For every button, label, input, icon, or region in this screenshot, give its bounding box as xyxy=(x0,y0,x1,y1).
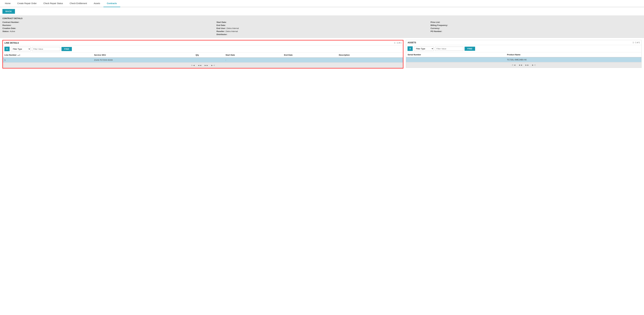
assets-header-row: Serial Number Product Name xyxy=(406,52,642,57)
table-row[interactable]: TC720L-0ME24B0-A6 xyxy=(406,57,642,62)
col-serial-number: Serial Number xyxy=(406,52,506,57)
contract-col3: Price List: Billing Frequency: Currency:… xyxy=(430,21,642,35)
assets-filter-value[interactable] xyxy=(435,47,463,51)
contract-field-value: Zebra Internal xyxy=(226,30,238,32)
line-details-panel: LINE DETAILS 1 - 1 of 1 ⬇ Filter Type FI… xyxy=(2,40,404,68)
col-qty: Qty xyxy=(194,53,224,57)
assets-download-icon: ⬇ xyxy=(409,47,411,50)
contract-field: End User: Zebra Internal xyxy=(216,27,428,29)
contract-field: Price List: xyxy=(430,21,642,23)
contract-col2: Start Date: End Date: End User: Zebra In… xyxy=(216,21,428,35)
contract-fields-grid: Contract Number: Revision: Creation Date… xyxy=(2,21,642,35)
assets-thead: Serial Number Product Name xyxy=(406,52,642,57)
col-end-date: End Date xyxy=(282,53,337,57)
cell-end-date xyxy=(282,57,337,62)
line-first-page-button[interactable]: ⊢◄ xyxy=(191,64,196,67)
assets-prev-page-button[interactable]: ◄◄ xyxy=(518,64,523,66)
line-details-header-row: Line Number ▲▼ Service SKU Qty Start Dat… xyxy=(3,53,403,57)
contract-field-label: Creation Date: xyxy=(2,27,16,29)
assets-find-button[interactable]: FIND xyxy=(464,47,475,51)
line-details-count: 1 - 1 of 1 xyxy=(394,42,402,44)
back-button[interactable]: BACK xyxy=(2,9,15,14)
line-last-page-button[interactable]: ►⊣ xyxy=(210,64,215,67)
nav-item-contracts[interactable]: Contracts xyxy=(104,0,120,7)
contract-field: Distributor: xyxy=(216,33,428,35)
line-details-filter-type[interactable]: Filter Type xyxy=(11,47,31,51)
contract-field: Reseller: Zebra Internal xyxy=(216,30,428,32)
assets-filter-type[interactable]: Filter Type xyxy=(414,46,434,51)
contract-field-label: Distributor: xyxy=(216,33,227,35)
contract-field-label: Revision: xyxy=(2,24,12,26)
assets-tbody: TC720L-0ME24B0-A6 xyxy=(406,57,642,62)
assets-next-page-button[interactable]: ►► xyxy=(524,64,530,66)
line-details-find-button[interactable]: FIND xyxy=(62,47,72,51)
assets-last-page-button[interactable]: ►⊣ xyxy=(531,64,536,66)
line-details-header: LINE DETAILS 1 - 1 of 1 xyxy=(3,40,403,45)
assets-count: 1 - 1 of 1 xyxy=(633,41,640,44)
contract-details-title: CONTRACT DETAILS xyxy=(2,17,642,19)
contract-field: Currency: xyxy=(430,27,642,29)
contract-col1: Contract Number: Revision: Creation Date… xyxy=(2,21,214,35)
contract-field-label: Currency: xyxy=(430,27,440,29)
table-row[interactable]: 1Z1AS-TC72XX-5C03: xyxy=(3,57,403,62)
contract-field: Revision: xyxy=(2,24,214,26)
contract-field-value: Active xyxy=(10,30,15,32)
assets-first-page-button[interactable]: ⊢◄ xyxy=(512,64,516,66)
line-details-filter-bar: ⬇ Filter Type FIND xyxy=(3,45,403,53)
line-details-filter-value[interactable] xyxy=(32,47,60,51)
nav-item-check-entitlement[interactable]: Check Entitlement xyxy=(66,0,90,7)
contract-field-label: End User: xyxy=(216,27,226,29)
assets-pagination: ⊢◄ ◄◄ ►► ►⊣ xyxy=(406,62,642,68)
cell-start-date: : xyxy=(224,57,282,62)
contract-field-label: Reseller: xyxy=(216,30,226,32)
contract-field: Billing Frequency: xyxy=(430,24,642,26)
line-details-table: Line Number ▲▼ Service SKU Qty Start Dat… xyxy=(3,53,403,62)
download-icon: ⬇ xyxy=(6,48,8,50)
nav-item-home[interactable]: Home xyxy=(2,0,14,7)
back-section: BACK xyxy=(0,7,644,15)
assets-panel: ASSETS 1 - 1 of 1 ⬇ Filter Type FIND Ser… xyxy=(406,40,642,68)
sort-arrows-icon: ▲▼ xyxy=(18,54,20,56)
contract-field-label: Billing Frequency: xyxy=(430,24,448,26)
contract-field-label: PO Number: xyxy=(430,30,442,32)
contract-field-label: Start Date: xyxy=(216,21,226,23)
contract-field-label: End Date: xyxy=(216,24,226,26)
contract-field: Creation Date: xyxy=(2,27,214,29)
contract-field: Contract Number: xyxy=(2,21,214,23)
line-details-thead: Line Number ▲▼ Service SKU Qty Start Dat… xyxy=(3,53,403,57)
col-product-name: Product Name xyxy=(506,52,642,57)
contract-field: PO Number: xyxy=(430,30,642,32)
cell-description xyxy=(337,57,403,62)
cell-serial-number xyxy=(406,57,506,62)
line-details-download-button[interactable]: ⬇ xyxy=(4,47,10,51)
main-content: LINE DETAILS 1 - 1 of 1 ⬇ Filter Type FI… xyxy=(0,38,644,71)
contract-field-label: Price List: xyxy=(430,21,440,23)
contract-field-label: Contract Number: xyxy=(2,21,20,23)
cell-product-name: TC720L-0ME24B0-A6 xyxy=(506,57,642,62)
contract-field: Start Date: xyxy=(216,21,428,23)
col-line-number: Line Number ▲▼ xyxy=(3,53,92,57)
line-details-title: LINE DETAILS xyxy=(4,42,19,44)
nav-item-check-repair-status[interactable]: Check Repair Status xyxy=(40,0,66,7)
line-prev-page-button[interactable]: ◄◄ xyxy=(197,64,202,67)
nav-item-assets[interactable]: Assets xyxy=(90,0,104,7)
cell-line-number: 1 xyxy=(3,57,92,62)
assets-title: ASSETS xyxy=(408,41,416,44)
col-description: Description xyxy=(337,53,403,57)
line-next-page-button[interactable]: ►► xyxy=(204,64,209,67)
contract-details-section: CONTRACT DETAILS Contract Number: Revisi… xyxy=(0,15,644,38)
assets-table: Serial Number Product Name TC720L-0ME24B… xyxy=(406,52,642,62)
contract-field-value: Zebra Internal xyxy=(226,27,239,29)
contract-field: Status: Active xyxy=(2,30,214,32)
assets-filter-bar: ⬇ Filter Type FIND xyxy=(406,45,642,52)
contract-field: End Date: xyxy=(216,24,428,26)
nav-bar: HomeCreate Repair OrderCheck Repair Stat… xyxy=(0,0,644,7)
cell-qty xyxy=(194,57,224,62)
line-details-tbody: 1Z1AS-TC72XX-5C03: xyxy=(3,57,403,62)
assets-download-button[interactable]: ⬇ xyxy=(408,46,413,51)
col-service-sku: Service SKU xyxy=(92,53,194,57)
col-start-date: Start Date xyxy=(224,53,282,57)
contract-field-label: Status: xyxy=(2,30,10,32)
nav-item-create-repair-order[interactable]: Create Repair Order xyxy=(14,0,40,7)
cell-service-sku: Z1AS-TC72XX-5C03 xyxy=(92,57,194,62)
